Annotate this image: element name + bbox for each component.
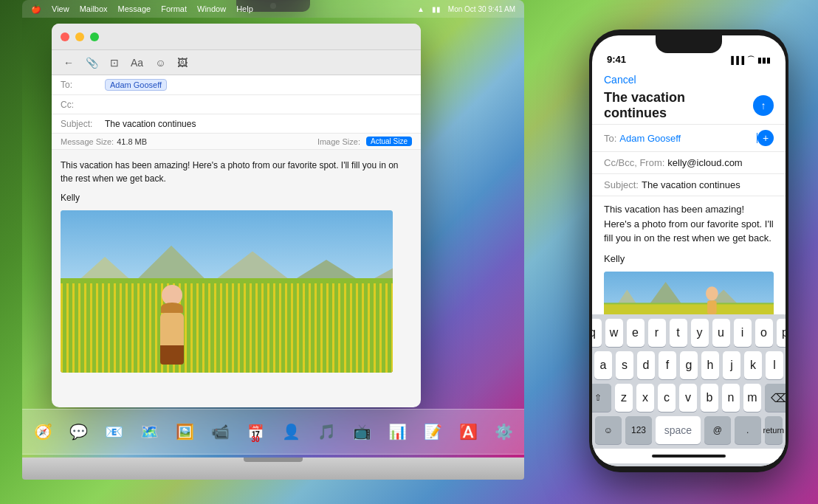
dock-item-calendar[interactable]: 📅30	[239, 415, 272, 448]
key-v[interactable]: v	[679, 384, 697, 412]
key-j[interactable]: j	[723, 351, 740, 379]
key-delete[interactable]: ⌫	[765, 384, 786, 412]
back-icon[interactable]: ←	[63, 57, 74, 69]
dock-item-contacts[interactable]: 👤	[275, 415, 307, 448]
dock-item-maps[interactable]: 🗺️	[133, 415, 165, 448]
dock-item-music[interactable]: 🎵	[310, 415, 343, 448]
photo-insert-icon[interactable]: 🖼	[177, 57, 188, 69]
iphone-mail-body[interactable]: This vacation has been amazing! Here's a…	[592, 196, 786, 314]
key-z[interactable]: z	[615, 384, 633, 412]
key-d[interactable]: d	[637, 351, 655, 379]
signal-icon: ▐▐▐	[729, 56, 744, 64]
key-emoji[interactable]: ☺	[595, 416, 622, 444]
key-return[interactable]: return	[765, 416, 783, 444]
iphone-wifi-icon: ⌒	[747, 55, 755, 65]
key-k[interactable]: k	[744, 351, 762, 379]
ios-keyboard[interactable]: q w e r t y u i o p a s d f g	[592, 314, 786, 466]
menu-window[interactable]: Window	[197, 4, 226, 13]
dock-item-numbers[interactable]: 📊	[381, 415, 413, 448]
iphone-send-button[interactable]: ↑	[753, 95, 774, 116]
key-a[interactable]: a	[594, 351, 612, 379]
font-icon[interactable]: Aa	[131, 57, 143, 69]
send-arrow-icon: ↑	[761, 100, 766, 111]
iphone-to-row[interactable]: To: Adam Gooseff +	[592, 125, 786, 152]
iphone-subject-field-value: The vacation continues	[642, 179, 740, 190]
to-recipient-chip[interactable]: Adam Gooseff	[105, 79, 167, 91]
key-f[interactable]: f	[659, 351, 676, 379]
dock-item-pages[interactable]: 📝	[416, 415, 449, 448]
keyboard-row-2: a s d f g h j k l	[595, 351, 783, 379]
key-u[interactable]: u	[712, 319, 730, 347]
photo-icon[interactable]: ⊡	[110, 57, 119, 69]
key-g[interactable]: g	[680, 351, 698, 379]
key-c[interactable]: c	[658, 384, 676, 412]
key-at[interactable]: @	[704, 416, 731, 444]
key-l[interactable]: l	[766, 351, 783, 379]
iphone-to-value: Adam Gooseff	[619, 133, 755, 144]
maximize-button[interactable]	[90, 32, 99, 41]
keyboard-row-1: q w e r t y u i o p	[595, 319, 783, 347]
laptop-screen: 🍎 View Mailbox Message Format Window Hel…	[22, 0, 524, 458]
key-o[interactable]: o	[755, 319, 773, 347]
dock-item-launchpad[interactable]: ⊞	[22, 415, 24, 448]
key-period[interactable]: .	[735, 416, 761, 444]
dock-item-trash[interactable]: 🗑️	[523, 415, 524, 448]
dock-item-photos[interactable]: 🖼️	[168, 415, 201, 448]
iphone-add-recipient-button[interactable]: +	[757, 130, 774, 146]
dock-item-mail[interactable]: 📧	[97, 415, 130, 448]
iphone-clock: 9:41	[607, 54, 626, 65]
iphone-cancel-button[interactable]: Cancel	[604, 74, 636, 86]
iphone-subject-field-row[interactable]: Subject: The vacation continues	[592, 174, 786, 196]
key-h[interactable]: h	[701, 351, 719, 379]
iphone-screen: 9:41 ▐▐▐ ⌒ ▮▮▮ Cancel The vacation conti…	[592, 35, 786, 466]
dock-item-safari[interactable]: 🧭	[27, 415, 59, 448]
dock-item-appletv[interactable]: 📺	[346, 415, 378, 448]
key-m[interactable]: m	[743, 384, 761, 412]
attached-photo	[61, 210, 393, 373]
keyboard-row-4: ☺ 123 space @ . return	[595, 416, 783, 444]
close-button[interactable]	[61, 32, 69, 41]
body-text: This vacation has been amazing! Here's a…	[61, 159, 412, 185]
dock-item-systemprefs[interactable]: ⚙️	[487, 415, 520, 448]
menu-mailbox[interactable]: Mailbox	[80, 4, 108, 13]
iphone-from-row[interactable]: Cc/Bcc, From: kelly@icloud.com	[592, 152, 786, 174]
menu-help[interactable]: Help	[236, 4, 253, 13]
key-w[interactable]: w	[605, 319, 623, 347]
dock-item-appstore[interactable]: 🅰️	[452, 415, 484, 448]
menubar-left: 🍎 View Mailbox Message Format Window Hel…	[31, 4, 253, 14]
menubar: 🍎 View Mailbox Message Format Window Hel…	[22, 0, 524, 18]
key-q[interactable]: q	[592, 319, 602, 347]
key-p[interactable]: p	[777, 319, 786, 347]
mail-compose-window: ← 📎 ⊡ Aa ☺ 🖼 To: Adam Gooseff Cc: Subjec…	[52, 24, 421, 407]
key-space[interactable]: space	[656, 416, 701, 444]
dock-item-messages[interactable]: 💬	[62, 415, 94, 448]
key-numbers[interactable]: 123	[625, 416, 652, 444]
key-b[interactable]: b	[701, 384, 718, 412]
emoji-icon[interactable]: ☺	[155, 57, 165, 69]
key-y[interactable]: y	[691, 319, 709, 347]
key-r[interactable]: r	[648, 319, 666, 347]
subject-field-row[interactable]: Subject: The vacation continues	[52, 114, 421, 134]
dock-item-facetime[interactable]: 📹	[204, 415, 236, 448]
mail-body[interactable]: This vacation has been amazing! Here's a…	[52, 150, 421, 382]
apple-menu[interactable]: 🍎	[31, 4, 41, 14]
actual-size-button[interactable]: Actual Size	[366, 137, 412, 146]
menu-message[interactable]: Message	[118, 4, 151, 13]
attachment-icon[interactable]: 📎	[86, 57, 98, 69]
key-e[interactable]: e	[627, 319, 645, 347]
key-n[interactable]: n	[722, 384, 740, 412]
cc-field-row[interactable]: Cc:	[52, 95, 421, 114]
dock: ⊞ 🧭 💬 📧 🗺️ 🖼️ 📹 📅30 👤 🎵 📺 📊 📝 🅰️ ⚙️ 🗑️	[22, 409, 524, 455]
key-i[interactable]: i	[734, 319, 752, 347]
key-t[interactable]: t	[670, 319, 687, 347]
home-bar	[652, 455, 726, 458]
iphone-battery-icon: ▮▮▮	[757, 56, 771, 64]
key-x[interactable]: x	[636, 384, 654, 412]
menu-view[interactable]: View	[52, 4, 69, 13]
key-shift[interactable]: ⇧	[592, 384, 611, 412]
message-size-label: Message Size:	[61, 137, 114, 146]
key-s[interactable]: s	[616, 351, 633, 379]
menu-format[interactable]: Format	[161, 4, 187, 13]
minimize-button[interactable]	[75, 32, 84, 41]
iphone-notch	[656, 35, 722, 53]
